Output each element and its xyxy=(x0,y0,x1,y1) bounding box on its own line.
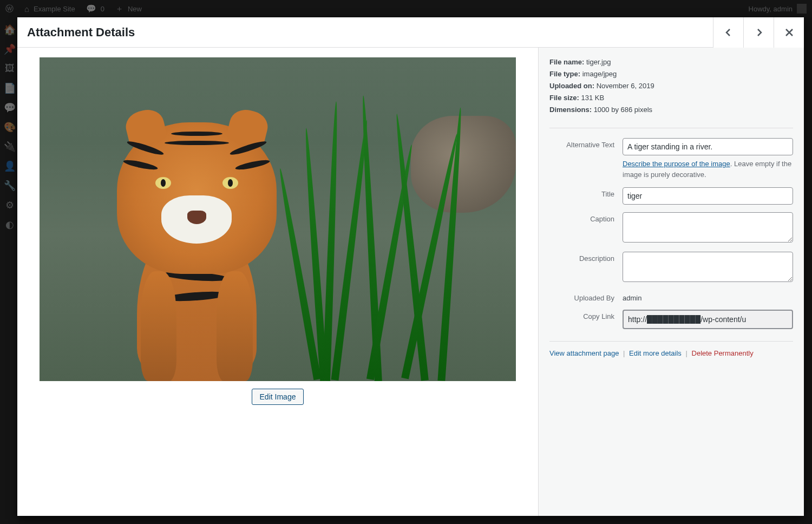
uploaded-by-value: admin xyxy=(623,291,793,302)
new-label: New xyxy=(128,5,142,13)
filetype-value: image/jpeg xyxy=(582,70,617,78)
prev-button[interactable] xyxy=(713,17,743,48)
filename-label: File name: xyxy=(549,58,584,66)
alt-text-input[interactable] xyxy=(623,138,793,155)
filesize-label: File size: xyxy=(549,94,579,102)
howdy-link[interactable]: Howdy, admin xyxy=(749,4,812,14)
comments-count: 0 xyxy=(101,5,104,13)
view-attachment-page-link[interactable]: View attachment page xyxy=(549,349,619,357)
modal-title: Attachment Details xyxy=(27,25,135,40)
dimensions-label: Dimensions: xyxy=(549,106,592,114)
dimensions-value: 1000 by 686 pixels xyxy=(594,106,652,114)
admin-sidebar: 🏠📌🖼📄💬🎨🔌👤🔧⚙◐ xyxy=(0,17,19,524)
attachment-details-modal: Attachment Details xyxy=(17,17,804,516)
site-link[interactable]: ⌂Example Site xyxy=(19,4,81,14)
attachment-actions: View attachment page | Edit more details… xyxy=(549,349,793,357)
avatar xyxy=(797,4,807,14)
title-input[interactable] xyxy=(623,187,793,205)
site-name: Example Site xyxy=(34,5,75,13)
next-button[interactable] xyxy=(743,17,774,48)
alt-text-help: Describe the purpose of the image. Leave… xyxy=(623,159,793,180)
uploaded-on-label: Uploaded on: xyxy=(549,82,594,90)
chevron-left-icon xyxy=(723,27,734,38)
alt-text-help-link[interactable]: Describe the purpose of the image xyxy=(623,160,730,168)
wordpress-icon: ⓦ xyxy=(5,4,14,14)
close-icon xyxy=(784,28,794,37)
home-icon: ⌂ xyxy=(24,4,29,14)
uploaded-by-label: Uploaded By xyxy=(549,291,623,302)
comments-link[interactable]: 💬0 xyxy=(81,4,110,14)
filetype-label: File type: xyxy=(549,70,580,78)
modal-header: Attachment Details xyxy=(17,17,804,48)
new-link[interactable]: ＋New xyxy=(110,4,147,14)
copy-link-input[interactable] xyxy=(623,310,793,329)
comment-icon: 💬 xyxy=(86,4,96,14)
close-button[interactable] xyxy=(774,17,804,48)
attachment-image xyxy=(40,57,516,381)
edit-more-details-link[interactable]: Edit more details xyxy=(629,349,682,357)
title-label: Title xyxy=(549,187,623,198)
caption-label: Caption xyxy=(549,212,623,223)
description-input[interactable] xyxy=(623,252,793,282)
edit-image-button[interactable]: Edit Image xyxy=(252,389,304,405)
plus-icon: ＋ xyxy=(115,4,123,14)
attachment-details-panel: File name: tiger.jpg File type: image/jp… xyxy=(539,48,804,516)
media-preview-panel: Edit Image xyxy=(17,48,539,516)
filename-value: tiger.jpg xyxy=(586,58,611,66)
copy-link-label: Copy Link xyxy=(549,310,623,320)
chevron-right-icon xyxy=(754,27,764,38)
description-label: Description xyxy=(549,252,623,263)
alt-text-label: Alternative Text xyxy=(549,138,623,149)
admin-bar: ⓦ ⌂Example Site 💬0 ＋New Howdy, admin xyxy=(0,0,812,17)
delete-permanently-link[interactable]: Delete Permanently xyxy=(692,349,754,357)
filesize-value: 131 KB xyxy=(581,94,605,102)
howdy-text: Howdy, admin xyxy=(749,5,793,13)
uploaded-on-value: November 6, 2019 xyxy=(597,82,654,90)
attachment-meta: File name: tiger.jpg File type: image/jp… xyxy=(549,56,793,122)
caption-input[interactable] xyxy=(623,212,793,243)
